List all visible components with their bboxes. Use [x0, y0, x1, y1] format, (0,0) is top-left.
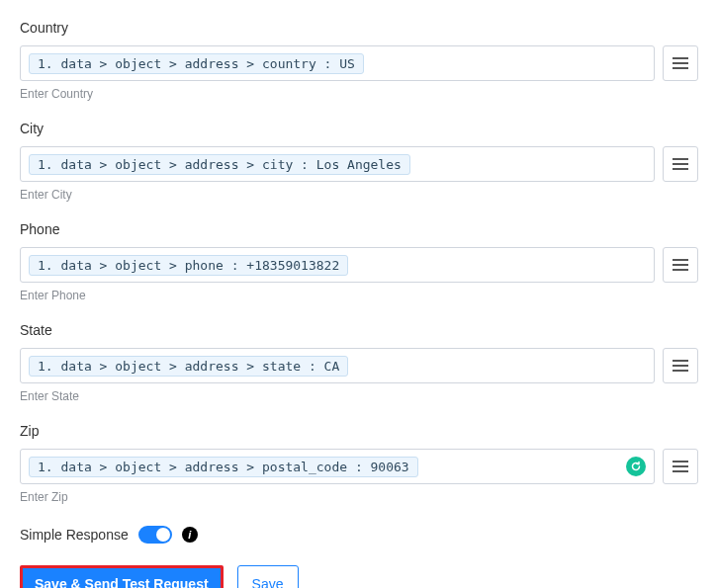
- field-label-phone: Phone: [20, 221, 698, 237]
- hamburger-icon: [673, 258, 688, 272]
- svg-rect-13: [673, 465, 688, 467]
- save-send-test-button[interactable]: Save & Send Test Request: [23, 568, 221, 588]
- field-state: State 1. data > object > address > state…: [20, 322, 698, 403]
- svg-rect-1: [673, 62, 688, 64]
- field-menu-zip[interactable]: [663, 449, 698, 484]
- token-country[interactable]: 1. data > object > address > country : U…: [29, 53, 364, 74]
- hamburger-icon: [673, 460, 688, 473]
- grammarly-icon[interactable]: [626, 457, 646, 476]
- svg-rect-11: [673, 370, 688, 372]
- helper-phone: Enter Phone: [20, 289, 698, 302]
- field-country: Country 1. data > object > address > cou…: [20, 20, 698, 101]
- simple-response-label: Simple Response: [20, 527, 129, 543]
- field-phone: Phone 1. data > object > phone : +183590…: [20, 221, 698, 302]
- field-row: 1. data > object > address > postal_code…: [20, 449, 698, 484]
- svg-rect-8: [673, 269, 688, 271]
- field-zip: Zip 1. data > object > address > postal_…: [20, 423, 698, 504]
- svg-rect-0: [673, 57, 688, 59]
- simple-response-toggle[interactable]: [138, 526, 172, 544]
- svg-rect-14: [673, 470, 688, 472]
- field-menu-state[interactable]: [663, 348, 698, 383]
- token-state[interactable]: 1. data > object > address > state : CA: [29, 356, 348, 377]
- field-label-country: Country: [20, 20, 698, 36]
- field-label-zip: Zip: [20, 423, 698, 439]
- actions-row: Save & Send Test Request Save: [20, 565, 698, 588]
- field-row: 1. data > object > address > city : Los …: [20, 146, 698, 182]
- svg-rect-5: [673, 168, 688, 170]
- token-city[interactable]: 1. data > object > address > city : Los …: [29, 154, 410, 175]
- hamburger-icon: [673, 56, 688, 70]
- input-city[interactable]: 1. data > object > address > city : Los …: [20, 146, 655, 182]
- svg-rect-4: [673, 163, 688, 165]
- save-button[interactable]: Save: [237, 565, 299, 588]
- token-zip[interactable]: 1. data > object > address > postal_code…: [29, 457, 418, 477]
- svg-rect-10: [673, 365, 688, 367]
- helper-zip: Enter Zip: [20, 490, 698, 504]
- helper-country: Enter Country: [20, 87, 698, 101]
- field-city: City 1. data > object > address > city :…: [20, 121, 698, 202]
- token-phone[interactable]: 1. data > object > phone : +18359013822: [29, 255, 348, 276]
- helper-city: Enter City: [20, 188, 698, 202]
- field-row: 1. data > object > phone : +18359013822: [20, 247, 698, 283]
- svg-rect-12: [673, 461, 688, 462]
- input-country[interactable]: 1. data > object > address > country : U…: [20, 45, 655, 81]
- field-row: 1. data > object > address > country : U…: [20, 45, 698, 81]
- hamburger-icon: [673, 157, 688, 171]
- field-label-state: State: [20, 322, 698, 338]
- helper-state: Enter State: [20, 389, 698, 403]
- svg-rect-3: [673, 158, 688, 160]
- svg-rect-9: [673, 360, 688, 362]
- input-state[interactable]: 1. data > object > address > state : CA: [20, 348, 655, 383]
- input-phone[interactable]: 1. data > object > phone : +18359013822: [20, 247, 655, 283]
- info-icon[interactable]: i: [182, 527, 198, 543]
- svg-rect-6: [673, 259, 688, 261]
- field-menu-phone[interactable]: [663, 247, 698, 283]
- field-label-city: City: [20, 121, 698, 136]
- field-row: 1. data > object > address > state : CA: [20, 348, 698, 383]
- field-menu-country[interactable]: [663, 45, 698, 81]
- toggle-knob: [156, 528, 170, 542]
- svg-rect-7: [673, 264, 688, 266]
- input-zip[interactable]: 1. data > object > address > postal_code…: [20, 449, 655, 484]
- hamburger-icon: [673, 359, 688, 373]
- field-menu-city[interactable]: [663, 146, 698, 182]
- simple-response-row: Simple Response i: [20, 526, 698, 544]
- primary-button-highlight: Save & Send Test Request: [20, 565, 224, 588]
- svg-rect-2: [673, 67, 688, 69]
